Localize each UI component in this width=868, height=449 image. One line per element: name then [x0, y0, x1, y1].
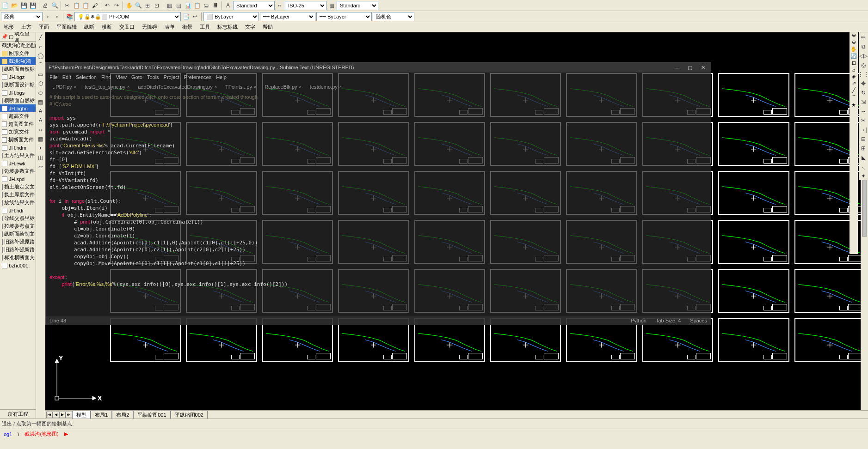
section-tile[interactable]: [718, 220, 789, 264]
section-tile[interactable]: [490, 220, 561, 264]
section-tile[interactable]: [642, 220, 713, 264]
tablestyle-select[interactable]: Standard: [337, 1, 378, 10]
tablestyle-icon[interactable]: ▦: [327, 1, 336, 10]
layout-tab[interactable]: 平纵缩图001: [133, 411, 170, 419]
zoomwin-icon[interactable]: ⊞: [143, 1, 152, 10]
section-tile[interactable]: [262, 122, 333, 166]
pline-icon[interactable]: ⌐: [37, 42, 45, 51]
polygon-icon[interactable]: ⬡: [37, 79, 45, 88]
section-tile[interactable]: [110, 122, 181, 166]
section-tile[interactable]: [642, 269, 713, 313]
array-icon[interactable]: ⋮⋮: [859, 70, 868, 79]
section-tile[interactable]: [642, 73, 713, 117]
fillet-icon[interactable]: ◟: [859, 163, 868, 171]
saveall-icon[interactable]: 💾: [29, 1, 37, 10]
tree-item[interactable]: 导线交点坐标: [0, 214, 36, 222]
tree-item[interactable]: JH.ewk: [0, 159, 36, 167]
nav4-icon[interactable]: 🔄: [850, 53, 857, 59]
paste-icon[interactable]: 📋: [81, 1, 90, 10]
section-tile[interactable]: [262, 220, 333, 264]
tree-item[interactable]: 拉坡参考点文: [0, 222, 36, 230]
dimstyle-select[interactable]: ISO-25: [285, 1, 326, 10]
block-icon[interactable]: ◫: [37, 153, 45, 162]
nav8-icon[interactable]: ↗: [852, 80, 856, 86]
tool1-icon[interactable]: ▦: [165, 1, 173, 10]
dimstyle-icon[interactable]: ↔: [276, 1, 284, 10]
textstyle-select[interactable]: Standard: [233, 1, 275, 10]
section-tile[interactable]: [414, 122, 485, 166]
tree-item[interactable]: 标准横断面文: [0, 254, 36, 261]
menu-文字[interactable]: 文字: [241, 23, 259, 31]
layerprev-icon[interactable]: ↩: [191, 12, 199, 21]
nav9-icon[interactable]: ╱: [852, 87, 856, 93]
menu-平面[interactable]: 平面: [35, 23, 53, 31]
plotcolor-select[interactable]: 随机色: [373, 12, 414, 21]
section-tile[interactable]: [338, 318, 409, 362]
layout-tab[interactable]: 布局1: [91, 411, 112, 419]
tree-item[interactable]: 旧路补强原路: [0, 238, 36, 246]
section-tile[interactable]: [262, 171, 333, 215]
section-tile[interactable]: [718, 269, 789, 313]
section-tile[interactable]: [642, 122, 713, 166]
tab-nav[interactable]: ⏮: [46, 412, 53, 418]
point-icon[interactable]: •: [37, 144, 45, 152]
chamfer-icon[interactable]: ◣: [859, 153, 868, 162]
section-tile[interactable]: [338, 269, 409, 313]
tree-item[interactable]: JH.bgs: [0, 89, 36, 97]
section-tile[interactable]: [794, 318, 865, 362]
section-tile[interactable]: [718, 73, 789, 117]
layermgr-icon[interactable]: 📚: [65, 12, 74, 21]
nav10-icon[interactable]: ⌒: [851, 94, 856, 101]
nav1-icon[interactable]: ⊕: [852, 32, 856, 38]
section-tile[interactable]: [262, 318, 333, 362]
command-line[interactable]: 退出 / 点取第一幅图的绘制基点:: [0, 419, 868, 429]
status-path1[interactable]: og1: [2, 431, 14, 437]
copy-icon[interactable]: 📋: [72, 1, 80, 10]
section-tile[interactable]: [262, 73, 333, 117]
section-tile[interactable]: [186, 122, 257, 166]
scale-icon[interactable]: ⇲: [859, 98, 868, 106]
cut-icon[interactable]: ✂: [63, 1, 71, 10]
section-tile[interactable]: [566, 122, 637, 166]
section-tile[interactable]: [262, 269, 333, 313]
move-icon[interactable]: ✥: [859, 79, 868, 88]
menu-街景[interactable]: 街景: [179, 23, 196, 31]
section-tile[interactable]: [186, 73, 257, 117]
layout-tab[interactable]: 布局2: [112, 411, 133, 419]
section-tile[interactable]: [110, 171, 181, 215]
offset-icon[interactable]: ◎: [859, 61, 868, 69]
tree-item[interactable]: JH.spd: [0, 175, 36, 183]
redo-icon[interactable]: ↷: [112, 1, 121, 10]
new-icon[interactable]: 📄: [1, 1, 9, 10]
section-tile[interactable]: [718, 171, 789, 215]
tree-item[interactable]: 横断面文件: [0, 136, 36, 144]
menu-横断[interactable]: 横断: [98, 23, 116, 31]
preview-icon[interactable]: 🔍: [50, 1, 59, 10]
section-tile[interactable]: [566, 269, 637, 313]
menu-交叉口[interactable]: 交叉口: [116, 23, 138, 31]
section-tile[interactable]: [338, 122, 409, 166]
tab-nav[interactable]: ◀: [53, 412, 59, 418]
calc-icon[interactable]: 🖩: [211, 1, 220, 10]
explode-icon[interactable]: ✦: [859, 172, 868, 180]
break-icon[interactable]: ⊟: [859, 135, 868, 143]
section-tile[interactable]: [186, 318, 257, 362]
section-tile[interactable]: [414, 171, 485, 215]
ws1-icon[interactable]: ▫: [43, 12, 52, 21]
trim-icon[interactable]: ✂: [859, 116, 868, 125]
tab-nav[interactable]: ⏭: [66, 412, 72, 418]
tab-nav[interactable]: ▶: [59, 412, 66, 418]
tool5-icon[interactable]: 🗂: [202, 1, 210, 10]
section-tile[interactable]: [338, 220, 409, 264]
mtext-icon[interactable]: A: [37, 116, 45, 125]
section-tile[interactable]: [110, 318, 181, 362]
panel-footer[interactable]: 所有工程: [0, 409, 36, 419]
workspace-select[interactable]: 经典: [1, 12, 43, 21]
stretch-icon[interactable]: ↔: [859, 107, 868, 115]
section-tile[interactable]: [490, 73, 561, 117]
nav11-icon[interactable]: ★: [851, 102, 856, 108]
panel-toggle-icon[interactable]: ▢: [9, 34, 13, 40]
nav5-icon[interactable]: ⊡: [852, 60, 856, 66]
section-tile[interactable]: [414, 73, 485, 117]
tree-item[interactable]: 土方结果文件: [0, 152, 36, 159]
